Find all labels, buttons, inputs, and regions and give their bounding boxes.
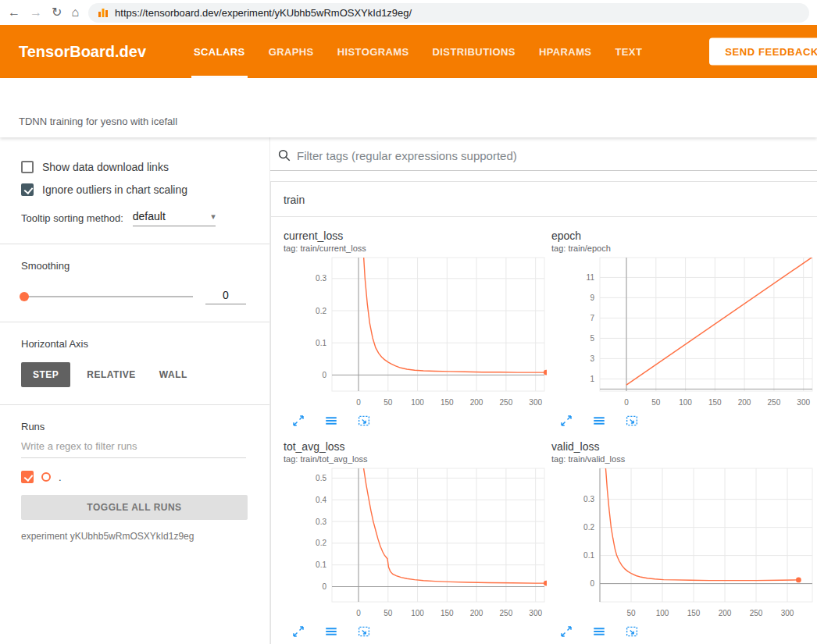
view-data-icon[interactable] [592,624,606,639]
view-data-icon[interactable] [324,414,338,428]
tag-filter-input[interactable] [297,149,817,162]
chart-tag: tag: train/epoch [551,244,815,253]
smoothing-section: Smoothing 0 [0,244,269,322]
tooltip-sorting-value: default [133,210,166,222]
address-bar[interactable]: https://tensorboard.dev/experiment/yKUbh… [88,3,809,23]
experiment-id: experiment yKUbhb5wRmOSXYkId1z9eg [21,531,246,542]
line-chart[interactable]: 00.10.20.350100150200250300 [551,466,815,622]
runs-filter-input[interactable] [21,432,246,458]
fit-domain-icon[interactable] [357,624,371,639]
smoothing-slider-thumb[interactable] [20,292,29,301]
ignore-outliers-label: Ignore outliers in chart scaling [42,183,187,196]
line-chart[interactable]: 1357911050100150200250300 [551,255,815,411]
scalar-chart-card: epoch tag: train/epoch 13579110501001502… [551,229,815,428]
chart-actions [559,624,815,639]
experiment-title: TDNN training for yesno with icefall [19,116,177,127]
view-data-icon[interactable] [592,414,606,428]
svg-text:50: 50 [384,398,393,407]
svg-text:300: 300 [781,609,794,617]
chart-actions [559,414,815,428]
svg-text:0: 0 [356,609,361,617]
svg-text:0.2: 0.2 [316,539,326,547]
smoothing-value-input[interactable]: 0 [205,289,246,304]
svg-text:0.3: 0.3 [316,274,326,283]
svg-text:0.3: 0.3 [316,518,326,526]
axis-wall-button[interactable]: WALL [148,362,199,387]
svg-text:250: 250 [500,398,513,407]
svg-text:7: 7 [590,314,594,322]
chart-actions [291,624,547,639]
tooltip-sorting-select[interactable]: default ▾ [133,210,216,226]
run-checkbox[interactable] [21,471,34,483]
expand-chart-icon[interactable] [559,624,573,639]
svg-text:0.5: 0.5 [316,474,326,482]
tab-graphs[interactable]: GRAPHS [257,25,326,78]
line-chart[interactable]: 00.10.20.3050100150200250300 [284,255,547,411]
url-text: https://tensorboard.dev/experiment/yKUbh… [115,7,412,19]
svg-text:150: 150 [441,398,454,407]
svg-text:200: 200 [719,609,732,617]
browser-forward-icon[interactable]: → [30,6,42,19]
tag-group-header[interactable]: train [271,182,817,217]
scalars-dashboard: train current_loss tag: train/current_lo… [270,137,817,644]
svg-text:300: 300 [529,609,542,617]
expand-chart-icon[interactable] [291,624,305,639]
svg-text:0.3: 0.3 [583,495,594,503]
svg-text:0: 0 [322,371,326,379]
ignore-outliers-checkbox[interactable] [21,183,34,196]
svg-text:0: 0 [624,398,629,407]
app-logo[interactable]: TensorBoard.dev [19,43,146,61]
expand-chart-icon[interactable] [559,414,573,428]
browser-home-icon[interactable]: ⌂ [71,6,79,19]
runs-section: Runs . TOGGLE ALL RUNS experiment yKUbhb… [0,405,269,559]
svg-text:0.4: 0.4 [316,496,326,504]
svg-text:200: 200 [470,398,483,407]
tag-group-card: train current_loss tag: train/current_lo… [270,181,817,644]
ignore-outliers-row: Ignore outliers in chart scaling [21,183,246,196]
expand-chart-icon[interactable] [291,414,305,428]
charts-grid: current_loss tag: train/current_loss 00.… [271,217,817,639]
browser-back-icon[interactable]: ← [8,6,20,19]
toggle-all-runs-button[interactable]: TOGGLE ALL RUNS [21,495,248,520]
run-color-swatch[interactable] [41,472,51,482]
smoothing-slider[interactable] [21,296,193,297]
app-header: TensorBoard.dev SCALARS GRAPHS HISTOGRAM… [0,25,817,78]
svg-text:300: 300 [797,398,810,407]
svg-text:9: 9 [590,294,594,302]
chart-title: valid_loss [551,440,815,453]
tab-scalars[interactable]: SCALARS [182,25,257,78]
line-chart[interactable]: 00.10.20.30.40.5050100150200250300 [284,466,547,622]
axis-relative-button[interactable]: RELATIVE [75,362,147,387]
site-favicon [98,7,109,18]
svg-text:0: 0 [322,582,326,591]
svg-text:150: 150 [687,609,701,617]
tooltip-sorting-label: Tooltip sorting method: [21,212,123,224]
svg-text:0.1: 0.1 [583,551,594,560]
svg-text:100: 100 [411,398,424,407]
tab-text[interactable]: TEXT [603,25,654,78]
main-nav: SCALARS GRAPHS HISTOGRAMS DISTRIBUTIONS … [182,25,654,78]
send-feedback-button[interactable]: SEND FEEDBACK [709,38,817,66]
svg-text:5: 5 [590,334,594,343]
fit-domain-icon[interactable] [357,414,371,428]
svg-text:50: 50 [651,398,661,407]
chart-tag: tag: train/valid_loss [551,454,815,464]
svg-text:0.1: 0.1 [316,560,326,569]
show-download-links-label: Show data download links [42,161,169,173]
svg-text:1: 1 [590,375,594,383]
tooltip-sorting-row: Tooltip sorting method: default ▾ [21,210,246,226]
view-data-icon[interactable] [324,624,338,639]
chart-tag: tag: train/current_loss [284,244,547,253]
chart-actions [291,414,547,428]
chart-title: tot_avg_loss [284,440,547,453]
tab-distributions[interactable]: DISTRIBUTIONS [421,25,527,78]
show-download-links-checkbox[interactable] [21,161,34,173]
horizontal-axis-label: Horizontal Axis [21,338,246,350]
axis-step-button[interactable]: STEP [21,362,70,387]
fit-domain-icon[interactable] [625,624,639,639]
svg-text:0: 0 [356,398,361,407]
browser-reload-icon[interactable]: ↻ [52,6,62,19]
fit-domain-icon[interactable] [625,414,639,428]
tab-hparams[interactable]: HPARAMS [527,25,604,78]
tab-histograms[interactable]: HISTOGRAMS [326,25,421,78]
